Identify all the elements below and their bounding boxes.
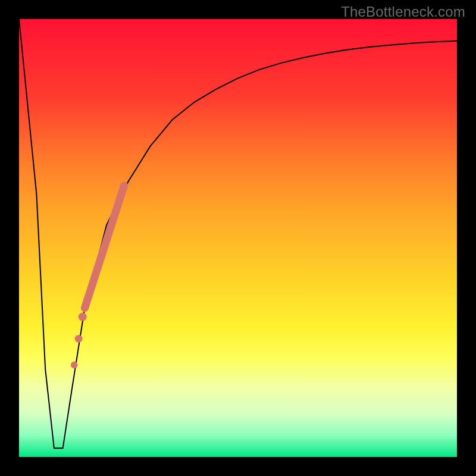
highlight-dot (71, 362, 78, 369)
highlight-dot (79, 313, 87, 321)
highlight-dots (71, 313, 87, 369)
highlight-dot (75, 335, 83, 343)
plot-area (19, 19, 457, 457)
chart-stage: TheBottleneck.com (0, 0, 476, 476)
highlight-segment (84, 186, 124, 308)
bottleneck-curve (19, 19, 457, 448)
attribution-text: TheBottleneck.com (341, 4, 465, 20)
curve-layer (19, 19, 457, 457)
